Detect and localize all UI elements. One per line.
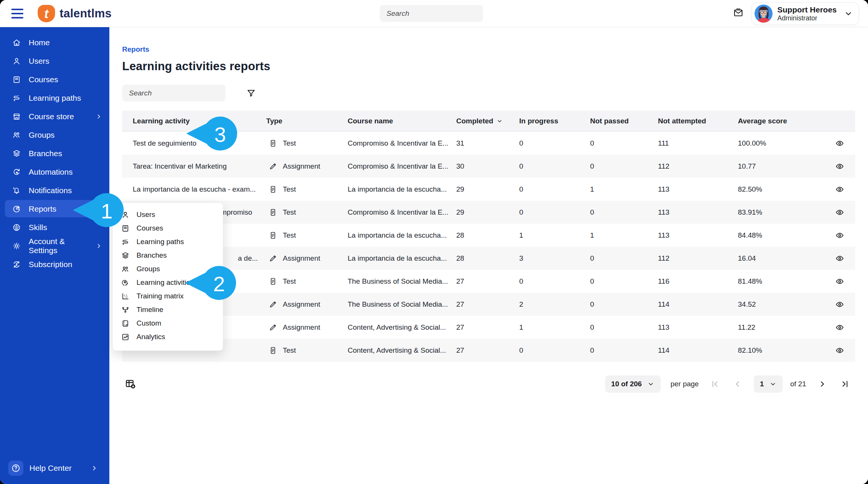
average-score-value: 83.91% <box>738 208 833 217</box>
brand-wordmark: talentlms <box>60 7 112 20</box>
col-completed[interactable]: Completed <box>456 117 519 125</box>
not-passed-value: 0 <box>590 346 658 355</box>
sidebar-item-home[interactable]: Home <box>0 33 109 52</box>
sidebar-item-subscription[interactable]: Subscription <box>0 255 109 273</box>
menu-item-branches[interactable]: Branches <box>113 249 223 262</box>
in-progress-value: 0 <box>519 185 590 194</box>
average-score-value: 81.48% <box>738 277 833 286</box>
sidebar-item-users[interactable]: Users <box>0 52 109 70</box>
eye-icon <box>835 300 845 309</box>
type-label: Assignment <box>283 162 320 171</box>
breadcrumb[interactable]: Reports <box>122 45 149 54</box>
timeline-icon <box>121 306 130 314</box>
chevron-right-icon <box>95 113 103 120</box>
sidebar-item-label: Courses <box>29 75 103 84</box>
export-table-icon[interactable] <box>122 376 139 392</box>
brand-logo[interactable]: t talentlms <box>38 5 112 22</box>
file-icon <box>268 231 278 240</box>
type-label: Assignment <box>283 254 320 263</box>
custom-icon <box>121 319 130 328</box>
file-icon <box>268 139 278 148</box>
sidebar-item-account-settings[interactable]: Account & Settings <box>0 237 109 255</box>
page-size-select[interactable]: 10 of 206 <box>605 375 661 393</box>
filter-icon[interactable] <box>244 86 259 101</box>
menu-item-analytics[interactable]: Analytics <box>113 330 223 344</box>
course-name: Compromiso & Incentivar la E... <box>348 208 456 217</box>
menu-item-courses[interactable]: Courses <box>113 221 223 235</box>
sidebar-item-notifications[interactable]: Notifications <box>0 181 109 200</box>
menu-item-training-matrix[interactable]: Training matrix <box>113 289 223 303</box>
user-name: Support Heroes <box>777 5 837 14</box>
average-score-value: 11.22 <box>738 323 833 332</box>
view-report-button[interactable] <box>833 344 846 357</box>
groups-icon <box>121 265 130 273</box>
learning-activity-name: Test de seguimiento <box>133 139 196 147</box>
sidebar-item-label: Notifications <box>29 186 103 195</box>
not-attempted-value: 111 <box>658 139 738 148</box>
table-search-input[interactable] <box>129 89 222 97</box>
learning-activity-name: Tarea: Incentivar el Marketing <box>133 162 227 170</box>
sidebar-item-branches[interactable]: Branches <box>0 144 109 163</box>
view-report-button[interactable] <box>833 252 846 265</box>
menu-item-timeline[interactable]: Timeline <box>113 303 223 317</box>
not-passed-value: 0 <box>590 254 658 263</box>
next-page-icon[interactable] <box>816 378 829 390</box>
menu-item-custom[interactable]: Custom <box>113 317 223 330</box>
sidebar-item-automations[interactable]: Automations <box>0 163 109 181</box>
help-center-label: Help Center <box>29 464 84 473</box>
eye-icon <box>835 207 845 217</box>
type-label: Test <box>283 185 296 194</box>
sidebar-item-label: Course store <box>29 112 87 121</box>
sidebar-item-courses[interactable]: Courses <box>0 70 109 89</box>
menu-item-learning-paths[interactable]: Learning paths <box>113 235 223 249</box>
view-report-button[interactable] <box>833 137 846 150</box>
automation-icon <box>12 167 21 177</box>
global-search <box>380 5 483 22</box>
sidebar-item-label: Users <box>29 57 103 66</box>
user-role: Administrator <box>777 14 837 22</box>
view-report-button[interactable] <box>833 206 846 219</box>
menu-item-groups[interactable]: Groups <box>113 262 223 276</box>
view-report-button[interactable] <box>833 183 846 196</box>
sidebar-item-course-store[interactable]: Course store <box>0 107 109 126</box>
view-report-button[interactable] <box>833 275 846 288</box>
view-report-button[interactable] <box>833 321 846 334</box>
table-search <box>122 85 225 101</box>
home-icon <box>12 38 21 47</box>
not-passed-value: 0 <box>590 139 658 148</box>
current-page-select[interactable]: 1 <box>754 375 783 393</box>
pencil-icon <box>268 254 278 263</box>
first-page-icon[interactable] <box>709 378 721 390</box>
not-attempted-value: 114 <box>658 346 738 355</box>
col-average-score: Average score <box>738 117 833 125</box>
menu-item-users[interactable]: Users <box>113 208 223 221</box>
user-icon <box>12 57 21 66</box>
view-report-button[interactable] <box>833 160 846 173</box>
course-name: Compromiso & Incentivar la E... <box>348 139 456 148</box>
help-center-button[interactable]: Help Center <box>5 458 104 479</box>
sidebar-item-learning-paths[interactable]: Learning paths <box>0 89 109 107</box>
help-icon <box>8 461 23 476</box>
not-passed-value: 0 <box>590 323 658 332</box>
view-report-button[interactable] <box>833 298 846 311</box>
user-profile-menu[interactable]: Support Heroes Administrator <box>751 2 859 25</box>
previous-page-icon[interactable] <box>731 378 744 390</box>
hamburger-menu-icon[interactable] <box>11 9 23 18</box>
view-report-button[interactable] <box>833 229 846 242</box>
in-progress-value: 0 <box>519 277 590 286</box>
sidebar-item-reports[interactable]: Reports <box>0 200 109 218</box>
courses-icon <box>121 224 130 233</box>
eye-icon <box>835 346 845 355</box>
global-search-input[interactable] <box>386 9 480 18</box>
sidebar-item-skills[interactable]: Skills <box>0 218 109 237</box>
learning-activity-name: La importancia de la escucha - exam... <box>133 185 256 193</box>
sidebar-item-groups[interactable]: Groups <box>0 126 109 144</box>
messages-icon[interactable] <box>731 5 746 20</box>
menu-item-learning-activities[interactable]: Learning activities <box>113 276 223 289</box>
pencil-icon <box>268 300 278 309</box>
file-icon <box>268 185 278 194</box>
table-row: Test Content, Advertising & Social... 27… <box>122 339 855 362</box>
sidebar-item-label: Automations <box>29 167 103 177</box>
last-page-icon[interactable] <box>839 378 851 390</box>
topbar: t talentlms <box>0 0 868 27</box>
